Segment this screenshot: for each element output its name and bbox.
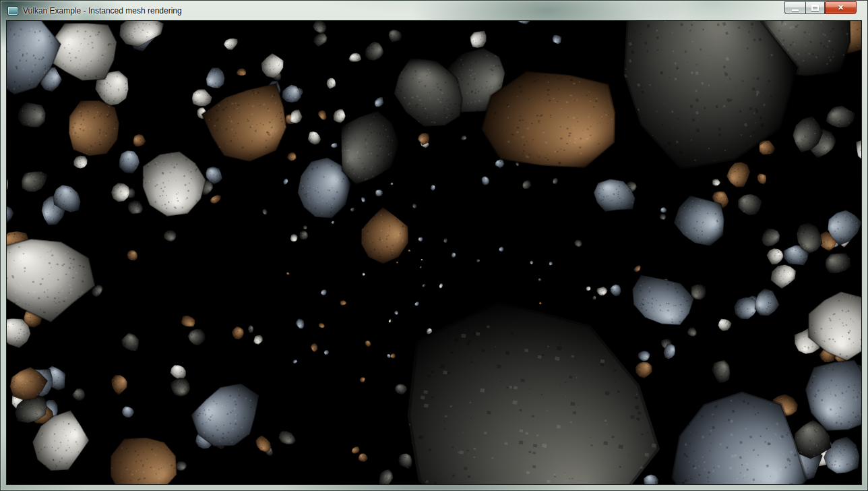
titlebar[interactable]: Vulkan Example - Instanced mesh renderin… <box>1 1 867 20</box>
minimize-button[interactable] <box>784 1 805 14</box>
close-button[interactable]: ✕ <box>825 1 857 14</box>
window-controls: ✕ <box>784 1 857 14</box>
maximize-button[interactable] <box>805 1 825 14</box>
window-title: Vulkan Example - Instanced mesh renderin… <box>23 6 182 16</box>
minimize-icon <box>792 9 799 11</box>
app-icon <box>7 6 18 16</box>
app-window: Vulkan Example - Instanced mesh renderin… <box>0 0 868 491</box>
vulkan-scene-canvas <box>7 21 861 484</box>
close-icon: ✕ <box>838 4 844 11</box>
render-viewport[interactable] <box>6 20 862 485</box>
maximize-icon <box>811 5 819 11</box>
